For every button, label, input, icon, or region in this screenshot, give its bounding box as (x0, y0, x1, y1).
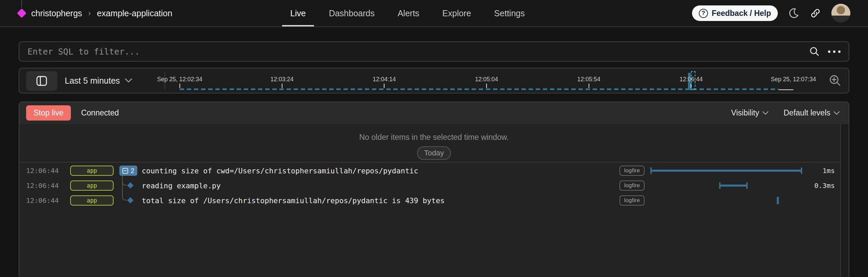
chevron-down-icon (833, 111, 840, 115)
empty-state-message: No older items in the selected time wind… (19, 133, 849, 142)
scope-tag-app[interactable]: app (70, 166, 114, 176)
timeline-tick: 12:05:54 (577, 68, 600, 88)
logfire-logo-icon[interactable] (18, 0, 26, 27)
default-levels-dropdown[interactable]: Default levels (784, 108, 840, 118)
live-panel-header: Stop live Connected Visibility Default l… (19, 102, 849, 124)
today-button[interactable]: Today (417, 146, 451, 160)
timeline-tick: Sep 25, 12:07:34 (771, 68, 816, 88)
span-message: counting size of cwd=/Users/christophers… (142, 167, 619, 175)
zoom-in-icon (828, 74, 842, 87)
logo-diamond-icon (17, 8, 26, 18)
trace-row-child[interactable]: 12:06:44 app reading example.py logfire … (19, 178, 840, 193)
timeline-tick: 12:04:14 (373, 68, 396, 88)
span-duration-bar (651, 170, 802, 172)
trace-rows: 12:06:44 app 2 counting size of cwd=/Use… (19, 163, 840, 208)
duration-track (651, 163, 802, 178)
default-levels-label: Default levels (784, 108, 830, 118)
row-timestamp: 12:06:44 (26, 196, 62, 205)
tree-column: 2 (119, 163, 142, 178)
moon-icon (788, 7, 800, 19)
span-diamond-icon (127, 197, 133, 203)
trace-list: No older items in the selected time wind… (19, 124, 849, 277)
top-nav: christophergs › example-application Live… (0, 0, 868, 27)
search-icon[interactable] (809, 46, 820, 57)
tag-logfire[interactable]: logfire (619, 180, 645, 191)
span-duration-bar (719, 185, 747, 187)
tree-column (119, 193, 142, 208)
list-divider (19, 162, 840, 163)
tab-explore[interactable]: Explore (434, 0, 479, 26)
scope-tag-app[interactable]: app (70, 195, 114, 206)
duration-track (651, 193, 802, 208)
tree-branch-line (122, 192, 127, 200)
live-header-controls: Visibility Default levels (731, 108, 842, 118)
collapse-children-button[interactable]: 2 (119, 166, 137, 176)
scope-tag-app[interactable]: app (70, 180, 114, 191)
nav-actions: ? Feedback / Help (692, 0, 850, 26)
logo-flame-line (21, 0, 22, 8)
activity-timeline[interactable]: Sep 25, 12:02:34 12:03:24 12:04:14 12:05… (180, 68, 793, 93)
duration-track (651, 178, 802, 193)
live-panel: Stop live Connected Visibility Default l… (19, 102, 849, 277)
feedback-help-button[interactable]: ? Feedback / Help (692, 5, 778, 21)
time-range-bar: Last 5 minutes Sep 25, 12:02:34 12:03:24… (19, 68, 849, 93)
tab-alerts[interactable]: Alerts (390, 0, 428, 26)
tag-logfire[interactable]: logfire (619, 166, 645, 176)
avatar[interactable] (831, 4, 850, 23)
more-options-icon[interactable] (828, 50, 841, 53)
question-circle-icon: ? (699, 9, 708, 18)
trace-row-parent[interactable]: 12:06:44 app 2 counting size of cwd=/Use… (19, 163, 840, 178)
tree-column (119, 178, 142, 193)
feedback-help-label: Feedback / Help (712, 9, 771, 18)
collapse-minus-icon (122, 168, 128, 174)
row-timestamp: 12:06:44 (26, 182, 62, 190)
timeline-baseline (779, 89, 793, 90)
tree-branch-line (122, 177, 127, 186)
sql-filter-actions (809, 46, 841, 57)
tab-dashboards[interactable]: Dashboards (321, 0, 383, 26)
span-diamond-icon (127, 182, 133, 188)
sql-filter-bar (19, 41, 849, 62)
nav-tabs: Live Dashboards Alerts Explore Settings (282, 0, 533, 26)
breadcrumb-separator-icon: › (87, 9, 92, 18)
sql-filter-input[interactable] (27, 47, 809, 57)
trace-row-child[interactable]: 12:06:44 app total size of /Users/christ… (19, 193, 840, 208)
empty-state: No older items in the selected time wind… (19, 124, 849, 160)
visibility-dropdown[interactable]: Visibility (731, 108, 769, 118)
timeline-tick: Sep 25, 12:02:34 (157, 68, 202, 88)
span-duration: 1ms (806, 167, 835, 175)
theme-toggle-button[interactable] (788, 7, 800, 19)
tab-live[interactable]: Live (282, 0, 314, 26)
share-link-button[interactable] (810, 7, 821, 19)
sidebar-toggle-button[interactable] (26, 71, 57, 91)
connection-status: Connected (81, 108, 119, 118)
span-message: reading example.py (142, 182, 619, 190)
timeline-tick: 12:03:24 (271, 68, 294, 88)
timeline-tick: 12:05:04 (475, 68, 498, 88)
link-icon (810, 7, 821, 19)
row-timestamp: 12:06:44 (26, 167, 62, 175)
time-range-select[interactable]: Last 5 minutes (65, 68, 132, 93)
tab-settings[interactable]: Settings (486, 0, 533, 26)
span-duration: 0.3ms (806, 182, 835, 190)
tag-logfire[interactable]: logfire (619, 195, 645, 206)
span-message: total size of /Users/christophersamiulla… (142, 196, 619, 205)
stop-live-button[interactable]: Stop live (26, 105, 71, 121)
breadcrumb-project[interactable]: example-application (97, 8, 172, 18)
breadcrumb: christophergs › example-application (18, 0, 172, 26)
chevron-down-icon (125, 78, 132, 83)
log-point-marker (777, 197, 779, 204)
scrollbar-gutter[interactable] (840, 124, 849, 277)
child-count: 2 (131, 167, 134, 175)
chevron-down-icon (762, 111, 769, 115)
time-range-label: Last 5 minutes (65, 76, 120, 86)
panel-left-icon (36, 76, 47, 86)
timeline-zoom-button[interactable] (828, 74, 842, 87)
breadcrumb-org[interactable]: christophergs (31, 8, 82, 18)
visibility-label: Visibility (731, 108, 759, 118)
timeline-tick: 12:06:44 (679, 68, 703, 88)
